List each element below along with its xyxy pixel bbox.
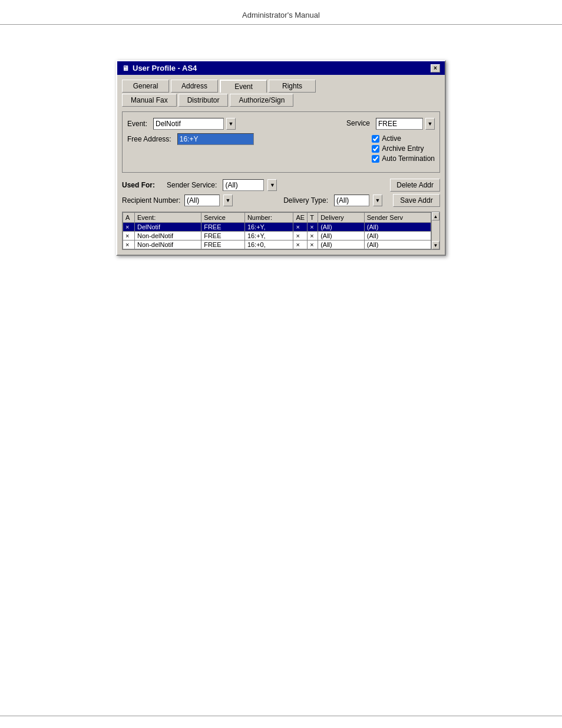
col-t: T bbox=[308, 213, 318, 223]
active-label: Active bbox=[382, 134, 401, 143]
scrollbar[interactable]: ▲ ▼ bbox=[431, 212, 439, 249]
service-dropdown-icon[interactable]: ▼ bbox=[425, 118, 435, 130]
free-address-label: Free Address: bbox=[127, 135, 171, 143]
tab-distributor[interactable]: Distributor bbox=[178, 94, 229, 107]
col-service: Service bbox=[201, 213, 245, 223]
delivery-dropdown-icon[interactable]: ▼ bbox=[373, 195, 382, 206]
sender-service-input[interactable] bbox=[223, 179, 264, 191]
delete-addr-button[interactable]: Delete Addr bbox=[390, 179, 440, 192]
dropdown-icon[interactable]: ▼ bbox=[226, 118, 236, 130]
auto-termination-label: Auto Termination bbox=[382, 154, 435, 163]
table-row[interactable]: × Non-delNotif FREE 16:+0, × × (All) (Al… bbox=[123, 241, 431, 249]
dialog-title: User Profile - AS4 bbox=[133, 64, 197, 73]
event-label: Event: bbox=[127, 120, 147, 128]
tab-rights[interactable]: Rights bbox=[269, 80, 316, 93]
active-checkbox[interactable] bbox=[372, 135, 379, 143]
tab-event[interactable]: Event bbox=[220, 80, 267, 93]
page-footer bbox=[0, 716, 562, 716]
dialog-icon: 🖥 bbox=[122, 64, 129, 73]
recipient-label: Recipient Number: bbox=[122, 196, 181, 205]
tab-authorize-sign[interactable]: Authorize/Sign bbox=[230, 94, 293, 107]
recipient-input[interactable] bbox=[184, 195, 220, 206]
col-number: Number: bbox=[244, 213, 293, 223]
dialog-window: 🖥 User Profile - AS4 × General Address E… bbox=[116, 60, 446, 256]
close-button[interactable]: × bbox=[431, 64, 440, 73]
free-address-input[interactable] bbox=[177, 133, 254, 145]
col-a: A bbox=[123, 213, 135, 223]
col-ae: AE bbox=[293, 213, 308, 223]
col-sender-serv: Sender Serv bbox=[364, 213, 431, 223]
sender-service-dropdown-icon[interactable]: ▼ bbox=[267, 179, 277, 191]
event-input[interactable] bbox=[153, 118, 224, 130]
table-row[interactable]: × Non-delNotif FREE 16:+Y, × × (All) (Al… bbox=[123, 232, 431, 241]
archive-entry-label: Archive Entry bbox=[382, 144, 424, 153]
tab-address[interactable]: Address bbox=[171, 80, 218, 93]
used-for-label: Used For: bbox=[122, 181, 163, 189]
sender-service-label: Sender Service: bbox=[167, 181, 217, 189]
col-delivery: Delivery bbox=[318, 213, 365, 223]
header-title: Administrator's Manual bbox=[242, 11, 320, 19]
save-addr-button[interactable]: Save Addr bbox=[393, 194, 440, 207]
tab-manual-fax[interactable]: Manual Fax bbox=[122, 94, 177, 107]
page-header: Administrator's Manual bbox=[0, 0, 562, 25]
archive-entry-checkbox[interactable] bbox=[372, 145, 379, 153]
dialog-titlebar: 🖥 User Profile - AS4 × bbox=[117, 61, 445, 75]
auto-termination-checkbox[interactable] bbox=[372, 155, 379, 163]
recipient-dropdown-icon[interactable]: ▼ bbox=[223, 195, 233, 206]
service-label: Service bbox=[346, 119, 370, 127]
tab-general[interactable]: General bbox=[122, 80, 169, 93]
delivery-type-input[interactable] bbox=[334, 195, 369, 206]
service-input[interactable] bbox=[376, 118, 423, 130]
col-event: Event: bbox=[135, 213, 201, 223]
table-row[interactable]: × DelNotif FREE 16:+Y, × × (All) (All) bbox=[123, 223, 431, 232]
delivery-type-label: Delivery Type: bbox=[283, 196, 328, 205]
data-table: A Event: Service Number: AE T Delivery S… bbox=[123, 212, 431, 249]
